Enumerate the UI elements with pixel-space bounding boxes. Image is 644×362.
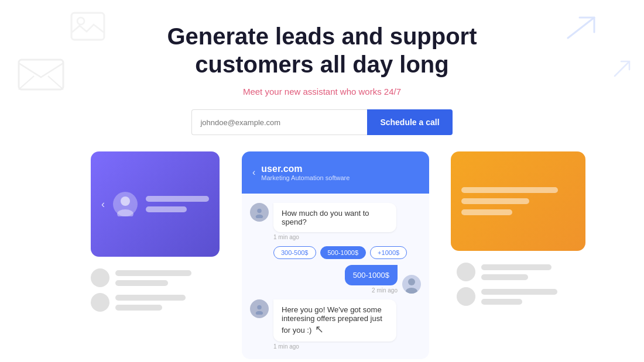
svg-point-9 bbox=[257, 305, 262, 310]
right-preview-card bbox=[451, 151, 585, 251]
chat-body: How much do you want to spend? 1 min ago… bbox=[242, 194, 429, 359]
bot-message-text-2: Here you go! We've got some interesing o… bbox=[273, 299, 396, 342]
left-card-line-2 bbox=[146, 206, 187, 212]
left-card-avatar bbox=[113, 192, 138, 216]
hero-subtitle: Meet your new assistant who works 24/7 bbox=[243, 87, 401, 96]
right-gray-line-2 bbox=[481, 274, 528, 280]
right-card-line-1 bbox=[461, 187, 558, 193]
gray-line-4 bbox=[115, 305, 162, 311]
chat-back-icon[interactable]: ‹ bbox=[252, 167, 255, 178]
left-card-lines bbox=[146, 196, 209, 212]
options-row: 300-500$ 500-1000$ +1000$ bbox=[250, 246, 421, 259]
right-below-content bbox=[457, 263, 585, 306]
gray-line-3 bbox=[115, 295, 186, 301]
user-message-row: 500-1000$ 2 min ago bbox=[250, 265, 421, 294]
left-below-content bbox=[91, 268, 191, 312]
bot-avatar-1 bbox=[250, 203, 269, 222]
right-gray-line-1 bbox=[481, 264, 551, 270]
bot-bubble-1: How much do you want to spend? 1 min ago bbox=[273, 203, 396, 240]
svg-point-8 bbox=[406, 288, 417, 294]
gray-line-2 bbox=[115, 280, 168, 286]
right-card-line-3 bbox=[461, 209, 512, 215]
schedule-call-button[interactable]: Schedule a call bbox=[367, 109, 452, 135]
bot-message-text-1: How much do you want to spend? bbox=[273, 203, 396, 232]
option-1000-plus[interactable]: +1000$ bbox=[370, 246, 407, 259]
left-preview-card: ‹ bbox=[91, 151, 220, 257]
svg-point-5 bbox=[257, 209, 262, 213]
svg-point-4 bbox=[117, 209, 133, 216]
option-500-1000[interactable]: 500-1000$ bbox=[320, 246, 366, 259]
email-input[interactable] bbox=[191, 109, 367, 135]
bot-message-time-1: 1 min ago bbox=[273, 234, 396, 240]
bot-message-row-2: Here you go! We've got some interesing o… bbox=[250, 299, 421, 350]
chat-header: ‹ user.com Marketing Automation software bbox=[242, 151, 429, 194]
hero-title: Generate leads and support customers all… bbox=[167, 22, 477, 78]
bot-message-row-1: How much do you want to spend? 1 min ago bbox=[250, 203, 421, 240]
bot-avatar-2 bbox=[250, 299, 269, 318]
chat-window: ‹ user.com Marketing Automation software bbox=[242, 151, 429, 359]
chat-area: ‹ bbox=[0, 151, 644, 350]
main-content: Generate leads and support customers all… bbox=[0, 0, 644, 350]
svg-point-7 bbox=[408, 278, 415, 285]
left-card-line-1 bbox=[146, 196, 209, 202]
cta-row: Schedule a call bbox=[191, 109, 452, 135]
option-300-500[interactable]: 300-500$ bbox=[273, 246, 316, 259]
bot-bubble-2: Here you go! We've got some interesing o… bbox=[273, 299, 396, 350]
right-gray-circle-1 bbox=[457, 263, 475, 281]
right-gray-circle-2 bbox=[457, 287, 475, 306]
user-message-text: 500-1000$ bbox=[345, 265, 398, 285]
svg-point-10 bbox=[256, 311, 263, 315]
gray-circle-1 bbox=[91, 268, 109, 287]
chat-site-name: user.com bbox=[261, 164, 350, 174]
gray-circle-2 bbox=[91, 293, 109, 312]
svg-point-6 bbox=[256, 215, 263, 218]
chat-header-info: user.com Marketing Automation software bbox=[261, 164, 350, 181]
cursor-icon: ↖ bbox=[315, 323, 324, 336]
right-card-lines bbox=[461, 187, 575, 215]
left-card-chevron-icon: ‹ bbox=[101, 198, 105, 211]
user-avatar bbox=[402, 275, 421, 294]
right-card-line-2 bbox=[461, 198, 529, 204]
right-gray-line-4 bbox=[481, 299, 522, 305]
right-gray-line-3 bbox=[481, 289, 557, 295]
svg-point-3 bbox=[121, 196, 130, 206]
user-message-time: 2 min ago bbox=[345, 287, 398, 294]
bot-message-time-2: 1 min ago bbox=[273, 343, 396, 350]
gray-line-1 bbox=[115, 270, 191, 276]
chat-site-tagline: Marketing Automation software bbox=[261, 174, 350, 181]
user-bubble-wrapper: 500-1000$ 2 min ago bbox=[345, 265, 398, 294]
